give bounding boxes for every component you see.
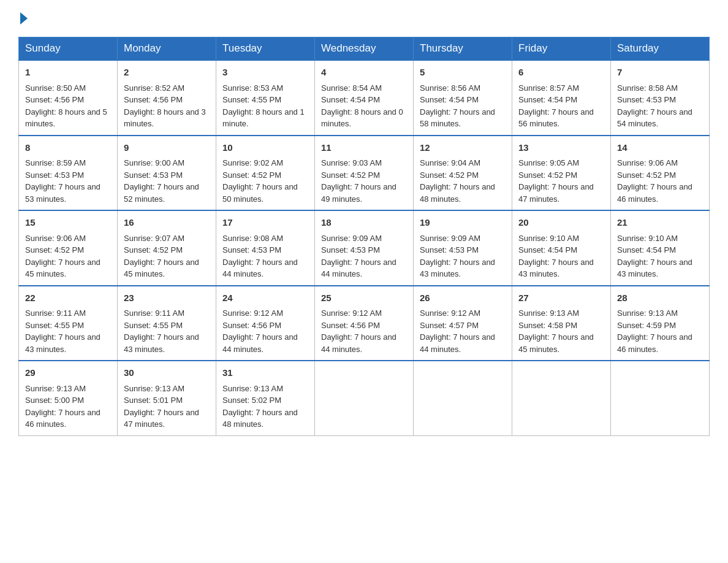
logo-general xyxy=(18,12,28,25)
page-header xyxy=(18,12,710,25)
day-of-week-header: Thursday xyxy=(414,37,512,61)
calendar-day-cell: 30Sunrise: 9:13 AMSunset: 5:01 PMDayligh… xyxy=(118,361,216,435)
calendar-week-row: 29Sunrise: 9:13 AMSunset: 5:00 PMDayligh… xyxy=(19,361,710,435)
calendar-day-cell: 20Sunrise: 9:10 AMSunset: 4:54 PMDayligh… xyxy=(512,210,611,286)
logo-triangle-icon xyxy=(20,12,28,25)
calendar-day-cell: 4Sunrise: 8:54 AMSunset: 4:54 PMDaylight… xyxy=(315,60,414,136)
day-number: 21 xyxy=(617,216,703,230)
day-number: 9 xyxy=(124,141,210,155)
calendar-day-cell: 28Sunrise: 9:13 AMSunset: 4:59 PMDayligh… xyxy=(611,286,710,361)
day-number: 12 xyxy=(420,141,506,155)
day-number: 31 xyxy=(222,366,308,380)
day-number: 18 xyxy=(321,216,407,230)
day-of-week-header: Monday xyxy=(118,37,216,61)
day-number: 13 xyxy=(518,141,604,155)
day-number: 2 xyxy=(124,66,210,80)
calendar-day-cell: 17Sunrise: 9:08 AMSunset: 4:53 PMDayligh… xyxy=(216,210,315,286)
calendar-day-cell xyxy=(414,361,512,435)
day-number: 23 xyxy=(124,291,210,305)
calendar-day-cell: 18Sunrise: 9:09 AMSunset: 4:53 PMDayligh… xyxy=(315,210,414,286)
calendar-day-cell: 2Sunrise: 8:52 AMSunset: 4:56 PMDaylight… xyxy=(118,60,216,136)
day-of-week-header: Sunday xyxy=(19,37,118,61)
day-number: 19 xyxy=(420,216,506,230)
calendar-day-cell: 16Sunrise: 9:07 AMSunset: 4:52 PMDayligh… xyxy=(118,210,216,286)
calendar-table: SundayMondayTuesdayWednesdayThursdayFrid… xyxy=(18,37,710,436)
calendar-day-cell xyxy=(611,361,710,435)
day-number: 3 xyxy=(222,66,308,80)
calendar-day-cell: 8Sunrise: 8:59 AMSunset: 4:53 PMDaylight… xyxy=(19,136,118,211)
day-number: 11 xyxy=(321,141,407,155)
calendar-day-cell: 9Sunrise: 9:00 AMSunset: 4:53 PMDaylight… xyxy=(118,136,216,211)
day-number: 17 xyxy=(222,216,308,230)
calendar-week-row: 8Sunrise: 8:59 AMSunset: 4:53 PMDaylight… xyxy=(19,136,710,211)
calendar-day-cell: 12Sunrise: 9:04 AMSunset: 4:52 PMDayligh… xyxy=(414,136,512,211)
calendar-day-cell: 3Sunrise: 8:53 AMSunset: 4:55 PMDaylight… xyxy=(216,60,315,136)
day-number: 6 xyxy=(518,66,604,80)
calendar-day-cell: 11Sunrise: 9:03 AMSunset: 4:52 PMDayligh… xyxy=(315,136,414,211)
day-of-week-header: Wednesday xyxy=(315,37,414,61)
day-number: 4 xyxy=(321,66,407,80)
calendar-day-cell: 26Sunrise: 9:12 AMSunset: 4:57 PMDayligh… xyxy=(414,286,512,361)
calendar-day-cell: 14Sunrise: 9:06 AMSunset: 4:52 PMDayligh… xyxy=(611,136,710,211)
day-number: 25 xyxy=(321,291,407,305)
day-number: 22 xyxy=(25,291,111,305)
calendar-day-cell: 31Sunrise: 9:13 AMSunset: 5:02 PMDayligh… xyxy=(216,361,315,435)
day-number: 27 xyxy=(518,291,604,305)
calendar-day-cell: 10Sunrise: 9:02 AMSunset: 4:52 PMDayligh… xyxy=(216,136,315,211)
day-number: 20 xyxy=(518,216,604,230)
calendar-day-cell: 27Sunrise: 9:13 AMSunset: 4:58 PMDayligh… xyxy=(512,286,611,361)
day-number: 14 xyxy=(617,141,703,155)
day-number: 1 xyxy=(25,66,111,80)
day-number: 16 xyxy=(124,216,210,230)
calendar-day-cell: 15Sunrise: 9:06 AMSunset: 4:52 PMDayligh… xyxy=(19,210,118,286)
day-number: 15 xyxy=(25,216,111,230)
calendar-day-cell: 22Sunrise: 9:11 AMSunset: 4:55 PMDayligh… xyxy=(19,286,118,361)
calendar-header-row: SundayMondayTuesdayWednesdayThursdayFrid… xyxy=(19,37,710,61)
day-number: 10 xyxy=(222,141,308,155)
calendar-day-cell: 29Sunrise: 9:13 AMSunset: 5:00 PMDayligh… xyxy=(19,361,118,435)
calendar-day-cell xyxy=(315,361,414,435)
day-number: 8 xyxy=(25,141,111,155)
calendar-day-cell xyxy=(512,361,611,435)
day-of-week-header: Friday xyxy=(512,37,611,61)
calendar-week-row: 1Sunrise: 8:50 AMSunset: 4:56 PMDaylight… xyxy=(19,60,710,136)
day-number: 7 xyxy=(617,66,703,80)
calendar-day-cell: 1Sunrise: 8:50 AMSunset: 4:56 PMDaylight… xyxy=(19,60,118,136)
calendar-day-cell: 21Sunrise: 9:10 AMSunset: 4:54 PMDayligh… xyxy=(611,210,710,286)
calendar-day-cell: 7Sunrise: 8:58 AMSunset: 4:53 PMDaylight… xyxy=(611,60,710,136)
calendar-day-cell: 6Sunrise: 8:57 AMSunset: 4:54 PMDaylight… xyxy=(512,60,611,136)
calendar-day-cell: 23Sunrise: 9:11 AMSunset: 4:55 PMDayligh… xyxy=(118,286,216,361)
day-number: 28 xyxy=(617,291,703,305)
calendar-day-cell: 19Sunrise: 9:09 AMSunset: 4:53 PMDayligh… xyxy=(414,210,512,286)
day-number: 5 xyxy=(420,66,506,80)
calendar-day-cell: 13Sunrise: 9:05 AMSunset: 4:52 PMDayligh… xyxy=(512,136,611,211)
day-number: 26 xyxy=(420,291,506,305)
day-number: 29 xyxy=(25,366,111,380)
day-of-week-header: Saturday xyxy=(611,37,710,61)
day-number: 30 xyxy=(124,366,210,380)
calendar-week-row: 22Sunrise: 9:11 AMSunset: 4:55 PMDayligh… xyxy=(19,286,710,361)
calendar-day-cell: 25Sunrise: 9:12 AMSunset: 4:56 PMDayligh… xyxy=(315,286,414,361)
calendar-week-row: 15Sunrise: 9:06 AMSunset: 4:52 PMDayligh… xyxy=(19,210,710,286)
logo xyxy=(18,12,28,25)
calendar-day-cell: 5Sunrise: 8:56 AMSunset: 4:54 PMDaylight… xyxy=(414,60,512,136)
day-number: 24 xyxy=(222,291,308,305)
calendar-day-cell: 24Sunrise: 9:12 AMSunset: 4:56 PMDayligh… xyxy=(216,286,315,361)
day-of-week-header: Tuesday xyxy=(216,37,315,61)
